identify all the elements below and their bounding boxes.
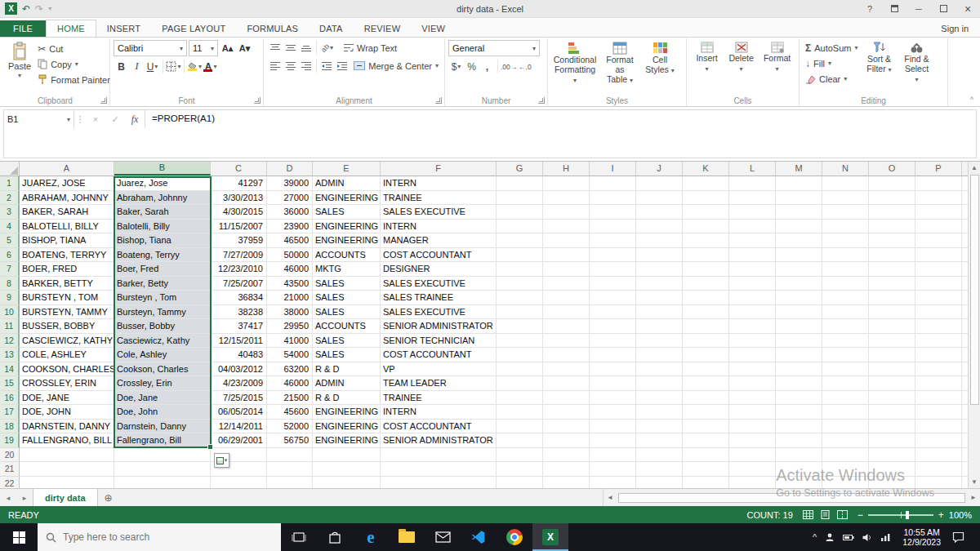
cell-N10[interactable] [822, 305, 869, 320]
cell-A14[interactable]: COOKSON, CHARLES [20, 362, 114, 377]
cell-M6[interactable] [776, 248, 822, 263]
cell-D14[interactable]: 63200 [267, 362, 313, 377]
maximize-button[interactable] [931, 0, 956, 17]
cell-H1[interactable] [543, 176, 590, 191]
scroll-down-button[interactable]: ▼ [969, 476, 980, 488]
cell-O21[interactable] [869, 462, 915, 477]
cell-K2[interactable] [683, 191, 729, 206]
cell-L19[interactable] [729, 433, 776, 448]
row-header-3[interactable]: 3 [0, 205, 20, 220]
cell-G5[interactable] [497, 233, 543, 248]
cell-M10[interactable] [776, 305, 822, 320]
cell-F14[interactable]: VP [381, 362, 497, 377]
tab-view[interactable]: VIEW [411, 20, 456, 37]
cell-L21[interactable] [729, 462, 776, 477]
cell-M18[interactable] [776, 420, 822, 434]
increase-indent-button[interactable] [334, 58, 350, 73]
cell-K12[interactable] [683, 334, 729, 349]
cell-M17[interactable] [776, 405, 822, 420]
cell-M11[interactable] [776, 319, 822, 334]
cell-M21[interactable] [776, 462, 822, 477]
new-sheet-button[interactable]: ⊕ [98, 489, 119, 506]
cell-G13[interactable] [497, 348, 543, 362]
tab-insert[interactable]: INSERT [96, 20, 151, 37]
people-icon[interactable] [825, 532, 835, 542]
cell-F4[interactable]: INTERN [381, 220, 497, 234]
cell-G20[interactable] [497, 448, 543, 463]
cell-K15[interactable] [683, 376, 729, 391]
cell-L8[interactable] [729, 277, 776, 291]
vscode-button[interactable] [461, 523, 497, 551]
cell-M8[interactable] [776, 277, 822, 291]
cell-J5[interactable] [636, 233, 683, 248]
cell-K10[interactable] [683, 305, 729, 320]
cell-C8[interactable]: 7/25/2007 [211, 277, 267, 291]
align-bottom-button[interactable] [298, 40, 314, 56]
redo-button[interactable]: ↷ [35, 4, 43, 14]
cell-I17[interactable] [590, 405, 636, 420]
cell-C17[interactable]: 06/05/2014 [211, 405, 267, 420]
cell-C1[interactable]: 41297 [211, 176, 267, 191]
row-header-16[interactable]: 16 [0, 391, 20, 406]
cell-J18[interactable] [636, 420, 683, 434]
cell-P18[interactable] [915, 420, 962, 434]
action-center-button[interactable] [952, 531, 964, 543]
cell-P5[interactable] [915, 233, 962, 248]
cell-L14[interactable] [729, 362, 776, 377]
row-header-20[interactable]: 20 [0, 448, 20, 463]
cell-I5[interactable] [590, 233, 636, 248]
orientation-button[interactable]: ab▾ [319, 40, 335, 56]
cell-E5[interactable]: ENGINEERING [313, 233, 381, 248]
cell-H8[interactable] [543, 277, 590, 291]
cell-styles-button[interactable]: Cell Styles ▾ [641, 40, 679, 76]
cell-B7[interactable]: Boer, Fred [114, 262, 211, 277]
cell-N17[interactable] [822, 405, 869, 420]
cell-J4[interactable] [636, 220, 683, 234]
cell-L3[interactable] [729, 205, 776, 220]
page-layout-view-button[interactable] [820, 510, 831, 519]
row-header-13[interactable]: 13 [0, 348, 20, 362]
alignment-dialog-launcher[interactable] [435, 97, 442, 104]
cell-N8[interactable] [822, 277, 869, 291]
cell-F16[interactable]: TRAINEE [381, 391, 497, 406]
row-header-22[interactable]: 22 [0, 477, 20, 489]
cell-A11[interactable]: BUSSER, BOBBY [20, 319, 114, 334]
cell-B11[interactable]: Busser, Bobby [114, 319, 211, 334]
cell-N13[interactable] [822, 348, 869, 362]
cell-I10[interactable] [590, 305, 636, 320]
cell-H14[interactable] [543, 362, 590, 377]
number-dialog-launcher[interactable] [538, 97, 545, 104]
sheet-nav-right-button[interactable]: ▸ [16, 489, 33, 506]
cell-P21[interactable] [915, 462, 962, 477]
cell-A16[interactable]: DOE, JANE [20, 391, 114, 406]
cell-D19[interactable]: 56750 [267, 433, 313, 448]
cell-F12[interactable]: SENIOR TECHNICIAN [381, 334, 497, 349]
cell-C19[interactable]: 06/29/2001 [211, 433, 267, 448]
cell-E7[interactable]: MKTG [313, 262, 381, 277]
cell-E2[interactable]: ENGINEERING [313, 191, 381, 206]
select-all-button[interactable] [0, 162, 20, 176]
cell-I6[interactable] [590, 248, 636, 263]
cell-L2[interactable] [729, 191, 776, 206]
cell-L7[interactable] [729, 262, 776, 277]
cell-K20[interactable] [683, 448, 729, 463]
cell-C13[interactable]: 40483 [211, 348, 267, 362]
font-color-button[interactable]: A ▾ [203, 59, 218, 74]
cell-F15[interactable]: TEAM LEADER [381, 376, 497, 391]
cell-D12[interactable]: 41000 [267, 334, 313, 349]
cell-A17[interactable]: DOE, JOHN [20, 405, 114, 420]
cell-O11[interactable] [869, 319, 915, 334]
clipboard-dialog-launcher[interactable] [100, 97, 107, 104]
row-header-11[interactable]: 11 [0, 319, 20, 334]
row-header-4[interactable]: 4 [0, 220, 20, 234]
scroll-up-button[interactable]: ▲ [969, 162, 980, 174]
cell-E8[interactable]: SALES [313, 277, 381, 291]
row-header-8[interactable]: 8 [0, 277, 20, 291]
underline-button[interactable]: U▾ [145, 59, 160, 74]
cell-O16[interactable] [869, 391, 915, 406]
cell-P9[interactable] [915, 291, 962, 305]
excel-taskbar-button[interactable]: X [532, 523, 568, 551]
cell-O3[interactable] [869, 205, 915, 220]
cell-C5[interactable]: 37959 [211, 233, 267, 248]
cell-C10[interactable]: 38238 [211, 305, 267, 320]
